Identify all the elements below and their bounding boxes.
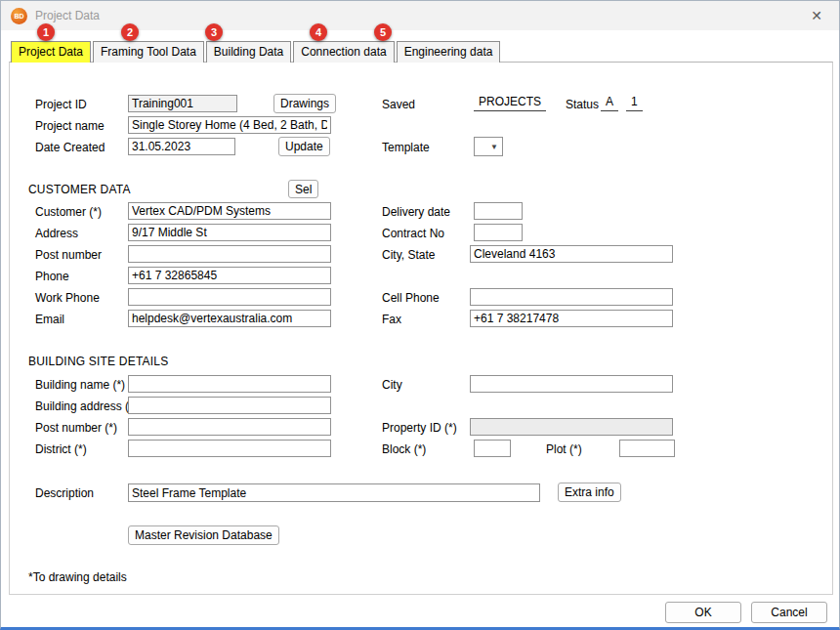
fax-label: Fax [382,313,401,326]
building-name-input[interactable] [128,375,331,393]
annotation-badge-5: 5 [374,23,392,41]
work-phone-label: Work Phone [35,291,100,305]
address-label: Address [35,227,78,240]
project-name-label: Project name [35,119,105,133]
tab-connection-data[interactable]: Connection data [293,41,394,63]
block-label: Block (*) [382,442,426,456]
ok-button[interactable]: OK [665,602,741,623]
tab-building-data[interactable]: Building Data [206,41,291,63]
cell-phone-label: Cell Phone [382,291,440,305]
delivery-date-input[interactable] [474,202,523,220]
building-name-label: Building name (*) [35,378,125,392]
drawings-button[interactable]: Drawings [273,94,336,113]
drawing-details-note: *To drawing details [28,570,127,584]
fax-input[interactable] [470,310,673,327]
extra-info-button[interactable]: Extra info [558,483,621,502]
customer-input[interactable] [128,202,331,220]
annotation-badge-2: 2 [121,23,139,41]
building-address-label: Building address (*) [35,399,138,413]
saved-value: PROJECTS [474,95,546,111]
site-city-label: City [382,378,402,392]
sel-button[interactable]: Sel [288,180,318,198]
annotation-badge-4: 4 [310,23,327,41]
contract-no-input[interactable] [474,224,523,241]
property-id-input[interactable] [470,418,673,436]
phone-label: Phone [35,270,69,283]
app-icon: BD [11,8,27,24]
template-dropdown[interactable]: ▼ [474,137,503,156]
site-post-number-label: Post number (*) [35,421,117,435]
post-number-input[interactable] [128,245,331,263]
date-created-label: Date Created [35,141,105,154]
city-state-input[interactable] [470,245,673,263]
annotation-badge-3: 3 [205,23,223,41]
address-input[interactable] [128,224,331,241]
date-created-input[interactable] [128,138,235,155]
site-city-input[interactable] [470,375,673,393]
property-id-label: Property ID (*) [382,421,457,435]
building-site-details-heading: BUILDING SITE DETAILS [28,355,168,368]
customer-data-heading: CUSTOMER DATA [28,183,131,196]
tab-engineering-data[interactable]: Engineering data [397,41,501,63]
project-name-input[interactable] [128,116,331,134]
district-input[interactable] [128,440,331,457]
email-input[interactable] [128,310,331,327]
email-label: Email [35,313,64,326]
building-address-input[interactable] [128,397,331,414]
master-revision-database-button[interactable]: Master Revision Database [128,525,279,545]
plot-input[interactable] [619,440,675,457]
project-id-label: Project ID [35,98,87,111]
tab-framing-tool-data[interactable]: Framing Tool Data [93,41,204,63]
customer-label: Customer (*) [35,205,102,219]
description-input[interactable] [128,483,540,502]
update-button[interactable]: Update [278,137,330,156]
district-label: District (*) [35,442,87,456]
status-label: Status [566,98,599,111]
city-state-label: City, State [382,248,435,262]
saved-label: Saved [382,98,415,111]
status-value-1: 1 [626,95,643,111]
contract-no-label: Contract No [382,227,444,240]
project-id-input[interactable] [128,95,237,112]
plot-label: Plot (*) [546,442,582,456]
status-value-a: A [601,95,618,111]
site-post-number-input[interactable] [128,418,331,436]
description-label: Description [35,486,94,500]
tab-project-data[interactable]: Project Data [11,41,91,63]
chevron-down-icon: ▼ [490,143,498,151]
cell-phone-input[interactable] [470,288,673,306]
annotation-badge-1: 1 [37,23,55,41]
close-icon[interactable]: ✕ [800,3,833,28]
post-number-label: Post number [35,248,102,262]
project-data-dialog: BD Project Data ✕ 1 2 3 4 5 Project Data… [0,0,840,630]
template-label: Template [382,141,430,154]
delivery-date-label: Delivery date [382,205,450,219]
phone-input[interactable] [128,267,331,284]
work-phone-input[interactable] [128,288,331,306]
cancel-button[interactable]: Cancel [751,602,827,623]
tab-strip: Project Data Framing Tool Data Building … [11,41,502,63]
block-input[interactable] [474,440,511,457]
window-title: Project Data [35,9,100,22]
